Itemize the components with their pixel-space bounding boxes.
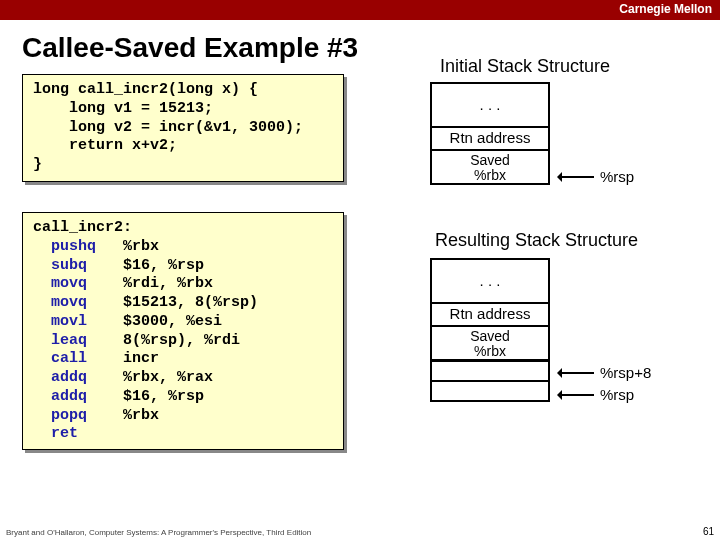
asm-op-7: addq: [51, 369, 87, 386]
asm-arg-0: %rbx: [123, 238, 159, 255]
stack2-diagram: . . . Rtn address Saved %rbx: [430, 260, 550, 361]
topbar: Carnegie Mellon: [0, 0, 720, 20]
stack2-slot-a: [430, 360, 550, 382]
asm-arg-2: %rdi, %rbx: [123, 275, 213, 292]
asm-arg-6: incr: [123, 350, 159, 367]
stack1-saved: Saved %rbx: [430, 149, 550, 185]
asm-arg-3: $15213, 8(%rsp): [123, 294, 258, 311]
asm-arg-7: %rbx, %rax: [123, 369, 213, 386]
arrow-left-icon: [560, 394, 594, 396]
asm-op-4: movl: [51, 313, 87, 330]
c-code: long call_incr2(long x) { long v1 = 1521…: [33, 81, 303, 173]
stack1-dots: . . .: [430, 82, 550, 128]
asm-code-box: call_incr2: pushq %rbx subq $16, %rsp mo…: [22, 212, 344, 450]
asm-arg-8: $16, %rsp: [123, 388, 204, 405]
stack1-diagram: . . . Rtn address Saved %rbx: [430, 84, 550, 185]
asm-op-5: leaq: [51, 332, 87, 349]
asm-op-1: subq: [51, 257, 87, 274]
stack1-rsp-label: %rsp: [600, 168, 634, 185]
asm-op-6: call: [51, 350, 87, 367]
stack2-saved: Saved %rbx: [430, 325, 550, 361]
stack2-heading: Resulting Stack Structure: [435, 230, 638, 251]
asm-arg-1: $16, %rsp: [123, 257, 204, 274]
stack1-heading: Initial Stack Structure: [440, 56, 610, 77]
page-title: Callee-Saved Example #3: [0, 20, 720, 70]
stack2-rsp8-arrow: %rsp+8: [560, 364, 651, 381]
stack1-rtn: Rtn address: [430, 126, 550, 151]
asm-label: call_incr2:: [33, 219, 132, 236]
content-area: long call_incr2(long x) { long v1 = 1521…: [0, 70, 720, 540]
asm-arg-4: $3000, %esi: [123, 313, 222, 330]
asm-op-10: ret: [51, 425, 78, 442]
stack2-rsp-arrow: %rsp: [560, 386, 634, 403]
brand-text: Carnegie Mellon: [619, 2, 712, 16]
asm-op-9: popq: [51, 407, 87, 424]
footer-text: Bryant and O'Hallaron, Computer Systems:…: [6, 528, 311, 537]
stack2-rsp8-label: %rsp+8: [600, 364, 651, 381]
page-number: 61: [703, 526, 714, 537]
arrow-left-icon: [560, 372, 594, 374]
asm-op-8: addq: [51, 388, 87, 405]
asm-op-0: pushq: [51, 238, 96, 255]
asm-arg-5: 8(%rsp), %rdi: [123, 332, 240, 349]
asm-arg-9: %rbx: [123, 407, 159, 424]
stack2-rtn: Rtn address: [430, 302, 550, 327]
stack2-dots: . . .: [430, 258, 550, 304]
stack2-rsp-label: %rsp: [600, 386, 634, 403]
stack1-rsp-arrow: %rsp: [560, 168, 634, 185]
arrow-left-icon: [560, 176, 594, 178]
asm-op-2: movq: [51, 275, 87, 292]
asm-op-3: movq: [51, 294, 87, 311]
c-code-box: long call_incr2(long x) { long v1 = 1521…: [22, 74, 344, 182]
stack2-slot-b: [430, 380, 550, 402]
